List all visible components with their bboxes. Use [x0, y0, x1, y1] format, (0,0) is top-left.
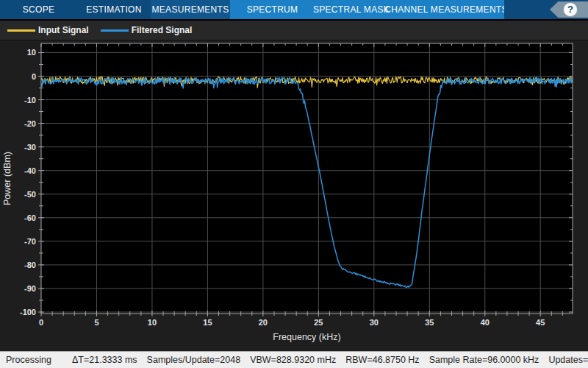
tab-measurements[interactable]: MEASUREMENTS	[151, 0, 230, 19]
svg-text:0: 0	[32, 72, 36, 81]
svg-text:-100: -100	[20, 308, 36, 316]
svg-text:-60: -60	[24, 213, 36, 222]
svg-text:-80: -80	[24, 261, 36, 269]
toolstrip-tail: ?	[504, 0, 588, 19]
svg-text:5: 5	[94, 318, 98, 327]
svg-text:-70: -70	[24, 237, 36, 246]
svg-text:20: 20	[259, 318, 268, 327]
filtered-signal-swatch	[101, 29, 129, 32]
svg-text:40: 40	[481, 318, 490, 327]
tab-channel-measurements[interactable]: CHANNEL MEASUREMENTS	[388, 0, 504, 19]
svg-text:15: 15	[203, 318, 212, 327]
svg-text:10: 10	[27, 48, 36, 57]
toolstrip: SCOPE ESTIMATION MEASUREMENTS SPECTRUM S…	[0, 0, 588, 19]
status-processing: Processing	[6, 355, 72, 365]
svg-text:-20: -20	[24, 119, 36, 128]
svg-text:25: 25	[314, 318, 323, 327]
legend-label-input-signal: Input Signal	[38, 25, 89, 35]
tab-group-context: SPECTRUM SPECTRAL MASK CHANNEL MEASUREME…	[230, 0, 504, 19]
svg-text:Frequency (kHz): Frequency (kHz)	[273, 332, 340, 342]
svg-text:-30: -30	[24, 143, 36, 152]
spectrum-axes[interactable]: 051015202530354045100-10-20-30-40-50-60-…	[0, 40, 588, 351]
spectrum-plot[interactable]: 051015202530354045100-10-20-30-40-50-60-…	[0, 40, 588, 351]
svg-text:0: 0	[39, 318, 43, 327]
svg-text:35: 35	[425, 318, 434, 327]
tab-scope[interactable]: SCOPE	[0, 0, 77, 19]
legend-label-filtered-signal: Filtered Signal	[132, 25, 193, 35]
svg-text:-40: -40	[24, 166, 36, 175]
svg-text:45: 45	[536, 318, 545, 327]
svg-text:Power (dBm): Power (dBm)	[2, 152, 12, 205]
svg-text:10: 10	[148, 318, 157, 327]
svg-text:30: 30	[370, 318, 379, 327]
tab-spectrum[interactable]: SPECTRUM	[230, 0, 315, 19]
legend: Input Signal Filtered Signal	[0, 21, 588, 40]
status-stats: ΔT=21.3333 msSamples/Update=2048VBW=828.…	[72, 355, 588, 365]
tab-spectral-mask[interactable]: SPECTRAL MASK	[315, 0, 388, 19]
help-button[interactable]: ?	[563, 2, 578, 17]
legend-item-filtered-signal[interactable]: Filtered Signal	[101, 21, 193, 40]
input-signal-swatch	[7, 29, 35, 32]
svg-text:-90: -90	[24, 284, 36, 293]
svg-text:-10: -10	[24, 96, 36, 105]
legend-item-input-signal[interactable]: Input Signal	[7, 21, 89, 40]
tab-group-main: SCOPE ESTIMATION MEASUREMENTS	[0, 0, 230, 19]
svg-text:-50: -50	[24, 190, 36, 199]
status-bar: Processing ΔT=21.3333 msSamples/Update=2…	[0, 351, 588, 368]
tab-estimation[interactable]: ESTIMATION	[77, 0, 151, 19]
